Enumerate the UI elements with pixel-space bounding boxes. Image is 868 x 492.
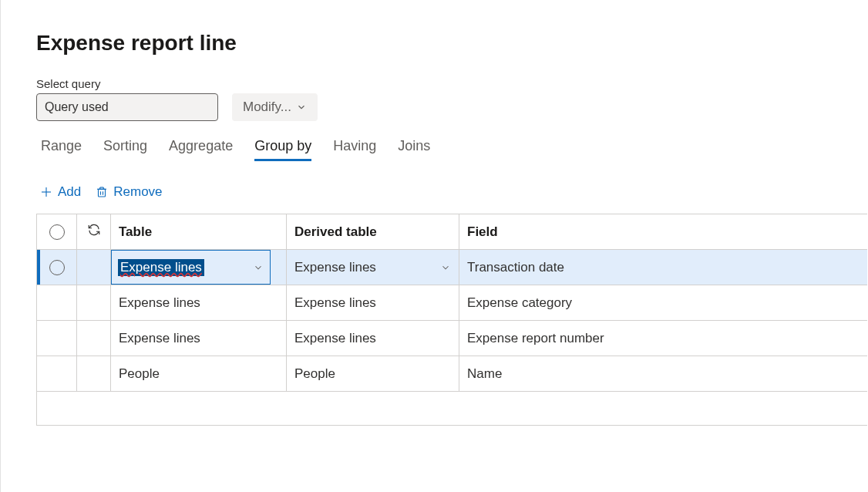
cell-derived-table[interactable]: Expense lines — [287, 250, 459, 285]
trash-icon — [95, 185, 109, 199]
radio-icon — [49, 224, 65, 240]
tab-range[interactable]: Range — [41, 138, 82, 161]
cell-derived-table[interactable]: People — [287, 356, 459, 391]
cell-table[interactable]: People — [111, 356, 287, 391]
table-row[interactable]: Expense linesExpense linesExpense catego… — [37, 285, 867, 321]
remove-button-label: Remove — [113, 184, 162, 200]
table-dropdown-editing[interactable]: Expense lines — [111, 250, 271, 285]
group-by-grid: Table Derived table Field Expense linesE… — [36, 214, 867, 392]
row-gutter — [77, 285, 111, 320]
tab-having[interactable]: Having — [333, 138, 376, 161]
table-dropdown-value: Expense lines — [118, 259, 204, 276]
radio-icon — [49, 260, 65, 275]
tab-sorting[interactable]: Sorting — [103, 138, 147, 161]
cell-table[interactable]: Expense lines — [111, 285, 287, 320]
table-row[interactable]: PeoplePeopleName — [37, 356, 867, 392]
row-selector[interactable] — [37, 250, 77, 285]
select-query-dropdown[interactable]: Query used — [36, 93, 218, 121]
grid-empty-space — [36, 392, 867, 426]
add-button-label: Add — [58, 184, 81, 200]
row-gutter — [77, 250, 111, 285]
select-query-label: Select query — [36, 77, 868, 90]
row-gutter — [77, 321, 111, 356]
remove-button[interactable]: Remove — [95, 184, 162, 200]
header-table[interactable]: Table — [111, 214, 287, 249]
cell-derived-table[interactable]: Expense lines — [287, 321, 459, 356]
row-selector[interactable] — [37, 356, 77, 391]
refresh-icon — [87, 223, 101, 241]
header-field[interactable]: Field — [459, 214, 867, 249]
table-row[interactable]: Expense linesExpense linesTransaction da… — [37, 250, 867, 285]
add-button[interactable]: Add — [39, 184, 81, 200]
header-select-all[interactable] — [37, 214, 77, 249]
tab-group-by[interactable]: Group by — [254, 138, 311, 161]
modify-button-label: Modify... — [243, 99, 291, 115]
plus-icon — [39, 185, 53, 199]
cell-field[interactable]: Expense category — [459, 285, 867, 320]
row-selector[interactable] — [37, 285, 77, 320]
chevron-down-icon — [296, 102, 307, 113]
cell-field[interactable]: Name — [459, 356, 867, 391]
cell-derived-table[interactable]: Expense lines — [287, 285, 459, 320]
header-derived-table[interactable]: Derived table — [287, 214, 459, 249]
tab-joins[interactable]: Joins — [398, 138, 430, 161]
cell-table[interactable]: Expense lines — [111, 321, 287, 356]
table-row[interactable]: Expense linesExpense linesExpense report… — [37, 321, 867, 356]
header-refresh[interactable] — [77, 214, 111, 249]
row-gutter — [77, 356, 111, 391]
modify-button[interactable]: Modify... — [232, 93, 318, 121]
cell-field[interactable]: Transaction date — [459, 250, 867, 285]
derived-dropdown-value: Expense lines — [294, 260, 376, 275]
tab-aggregate[interactable]: Aggregate — [169, 138, 233, 161]
grid-header-row: Table Derived table Field — [37, 214, 867, 250]
select-query-value: Query used — [45, 100, 109, 114]
page-title: Expense report line — [36, 31, 868, 56]
derived-dropdown[interactable]: Expense lines — [294, 260, 451, 275]
svg-rect-2 — [99, 189, 106, 197]
row-selector[interactable] — [37, 321, 77, 356]
cell-table[interactable]: Expense lines — [111, 250, 287, 285]
cell-field[interactable]: Expense report number — [459, 321, 867, 356]
